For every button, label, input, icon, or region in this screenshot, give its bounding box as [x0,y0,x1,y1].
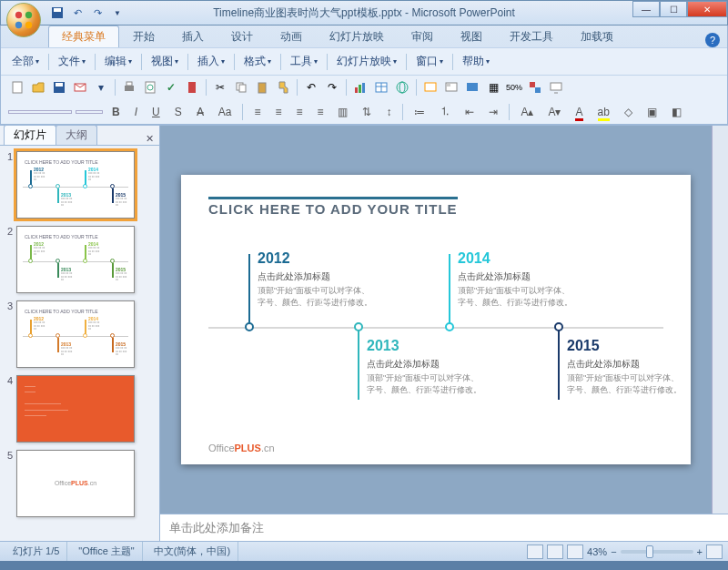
textdirection-button[interactable]: ↕ [380,104,397,120]
hyperlink-icon[interactable] [393,78,411,97]
increase-indent-button[interactable]: ⇥ [483,104,503,120]
slide-thumbnail-2[interactable]: CLICK HERE TO ADD YOUR TITLE2012xxx xx x… [16,226,135,293]
normal-view-button[interactable] [527,545,543,559]
align-left-button[interactable]: ≡ [248,104,266,120]
ribbon-tab-8[interactable]: 开发工具 [496,25,567,47]
timeline-entry-2012[interactable]: 2012点击此处添加标题顶部"开始"面板中可以对字体、字号、颜色、行距等进行修改… [258,249,376,309]
font-shrink-button[interactable]: A▾ [542,104,566,120]
cut-icon[interactable]: ✂ [211,78,229,97]
preview-icon[interactable] [141,78,159,97]
menu-6[interactable]: 工具 ▾ [287,52,321,71]
qat-dropdown-icon[interactable]: ▼ [110,5,125,20]
menu-3[interactable]: 视图 ▾ [147,52,182,71]
table-icon[interactable] [372,78,390,97]
new-slide-icon[interactable] [421,78,440,97]
strikethrough-button[interactable]: A̶ [191,104,209,120]
undo-icon[interactable]: ↶ [302,78,320,97]
save-icon[interactable] [50,78,68,97]
slide-area[interactable]: CLICK HERE TO ADD YOUR TITLE 2012点击此处添加标… [160,126,712,514]
outline-tab[interactable]: 大纲 [56,125,97,145]
quickstyle-button[interactable]: ◧ [666,104,687,120]
close-button[interactable]: ✕ [687,1,727,17]
font-selector[interactable] [8,110,72,114]
timeline-node-2012[interactable] [245,322,254,331]
theme-name[interactable]: "Office 主题" [71,542,142,561]
slide-thumbnail-3[interactable]: CLICK HERE TO ADD YOUR TITLE2012xxx xx x… [16,300,135,368]
show-icon[interactable] [547,78,565,97]
zoom-slider[interactable] [621,550,693,554]
ribbon-tab-7[interactable]: 视图 [447,25,496,47]
chart-icon[interactable] [351,78,369,97]
format-painter-icon[interactable] [274,78,292,97]
ribbon-tab-2[interactable]: 插入 [168,25,217,47]
design-icon[interactable] [463,78,481,97]
underline-button[interactable]: U [147,104,166,120]
slide-thumbnail-5[interactable]: OfficePLUS.cn [16,450,135,517]
ribbon-tab-5[interactable]: 幻灯片放映 [316,25,398,47]
print-icon[interactable] [120,78,138,97]
justify-button[interactable]: ≡ [311,104,329,120]
grid-icon[interactable]: ▦ [484,78,502,97]
ribbon-tab-9[interactable]: 加载项 [567,25,627,47]
zoom-out-button[interactable]: − [611,546,616,557]
decrease-indent-button[interactable]: ⇤ [460,104,480,120]
shapes-button[interactable]: ◇ [619,104,638,120]
fontsize-selector[interactable] [76,110,103,114]
zoom-in-button[interactable]: + [697,546,703,557]
font-color-button[interactable]: A [570,104,588,120]
mail-icon[interactable] [71,78,89,97]
bold-button[interactable]: B [106,104,126,120]
align-center-button[interactable]: ≡ [269,104,287,120]
office-button[interactable] [6,3,41,37]
layout-icon[interactable] [442,78,460,97]
minimize-button[interactable]: — [632,1,660,17]
timeline-entry-2015[interactable]: 2015点击此处添加标题顶部"开始"面板中可以对字体、字号、颜色、行距等进行修改… [567,336,685,396]
ribbon-tab-0[interactable]: 经典菜单 [48,25,119,47]
timeline-entry-2013[interactable]: 2013点击此处添加标题顶部"开始"面板中可以对字体、字号、颜色、行距等进行修改… [367,336,485,396]
save-icon[interactable] [50,5,65,20]
redo-icon[interactable]: ↷ [90,5,105,20]
columns-button[interactable]: ▥ [332,104,353,120]
menu-0[interactable]: 全部 ▾ [8,52,43,71]
maximize-button[interactable]: ☐ [660,1,687,17]
dropdown-icon[interactable]: ▾ [92,78,110,97]
arrange-button[interactable]: ▣ [642,104,662,120]
highlight-button[interactable]: ab [592,104,615,120]
language[interactable]: 中文(简体，中国) [147,542,238,561]
sorter-view-button[interactable] [547,545,563,559]
menu-2[interactable]: 编辑 ▾ [101,52,136,71]
slideshow-view-button[interactable] [567,545,583,559]
ribbon-tab-1[interactable]: 开始 [119,25,168,47]
zoom-level[interactable]: 43% [587,546,607,557]
ribbon-tab-6[interactable]: 审阅 [398,25,447,47]
notes-pane[interactable]: 单击此处添加备注 [160,514,728,541]
menu-1[interactable]: 文件 ▾ [55,52,89,71]
timeline-node-2014[interactable] [445,322,454,331]
shadow-button[interactable]: S [169,104,187,120]
slides-tab[interactable]: 幻灯片 [4,125,56,145]
undo-icon[interactable]: ↶ [70,5,85,20]
italic-button[interactable]: I [129,104,143,120]
new-icon[interactable] [8,78,26,97]
menu-5[interactable]: 格式 ▾ [240,52,275,71]
color-icon[interactable] [526,78,544,97]
redo-icon[interactable]: ↷ [323,78,341,97]
menu-7[interactable]: 幻灯片放映 ▾ [333,52,400,71]
research-icon[interactable] [183,78,201,97]
slide-thumbnail-4[interactable]: —————————————————————————————————— [16,375,135,443]
slide-counter[interactable]: 幻灯片 1/5 [5,542,67,561]
changecase-button[interactable]: Aa [213,104,238,120]
spellcheck-icon[interactable]: ✓ [162,78,180,97]
open-icon[interactable] [29,78,47,97]
align-right-button[interactable]: ≡ [290,104,308,120]
font-grow-button[interactable]: A▴ [515,104,539,120]
timeline-entry-2014[interactable]: 2014点击此处添加标题顶部"开始"面板中可以对字体、字号、颜色、行距等进行修改… [458,249,576,309]
zoom-icon[interactable]: 50% [505,78,523,97]
bullets-button[interactable]: ≔ [409,104,430,120]
slide-thumbnail-1[interactable]: CLICK HERE TO ADD YOUR TITLE2012xxx xx x… [16,151,135,219]
ribbon-tab-4[interactable]: 动画 [267,25,316,47]
paste-icon[interactable] [253,78,271,97]
menu-9[interactable]: 帮助 ▾ [459,52,493,71]
copy-icon[interactable] [232,78,250,97]
fit-button[interactable] [706,545,723,559]
